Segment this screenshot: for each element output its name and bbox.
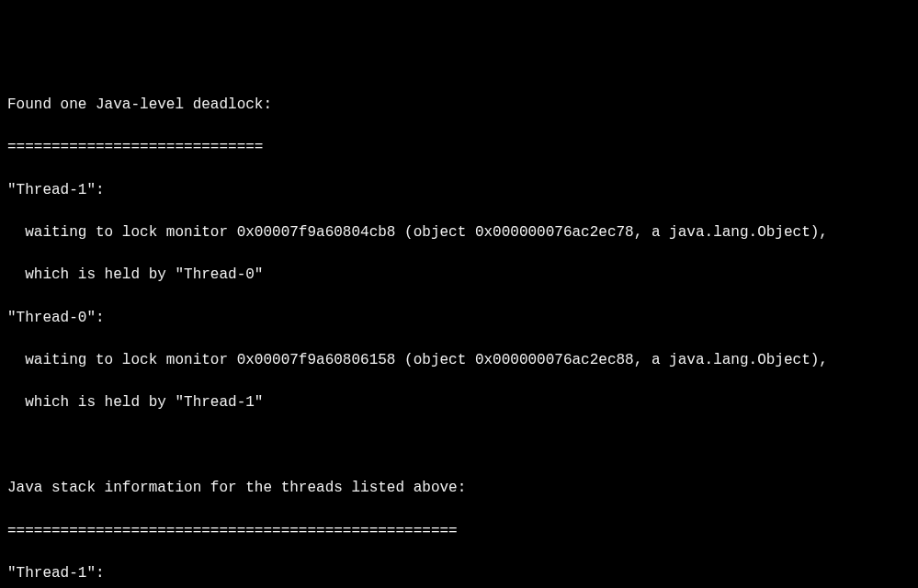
thread-label: "Thread-1": — [7, 563, 911, 584]
deadlock-header: Found one Java-level deadlock: — [7, 95, 911, 116]
separator: ============================= — [7, 137, 911, 158]
stack-info-header: Java stack information for the threads l… — [7, 478, 911, 499]
thread-waiting-line: waiting to lock monitor 0x00007f9a608061… — [7, 350, 911, 371]
thread-label: "Thread-1": — [7, 180, 911, 201]
thread-held-by-line: which is held by "Thread-0" — [7, 265, 911, 286]
thread-label: "Thread-0": — [7, 308, 911, 329]
thread-held-by-line: which is held by "Thread-1" — [7, 392, 911, 413]
blank-line — [7, 435, 911, 457]
thread-waiting-line: waiting to lock monitor 0x00007f9a60804c… — [7, 222, 911, 243]
separator: ========================================… — [7, 521, 911, 542]
